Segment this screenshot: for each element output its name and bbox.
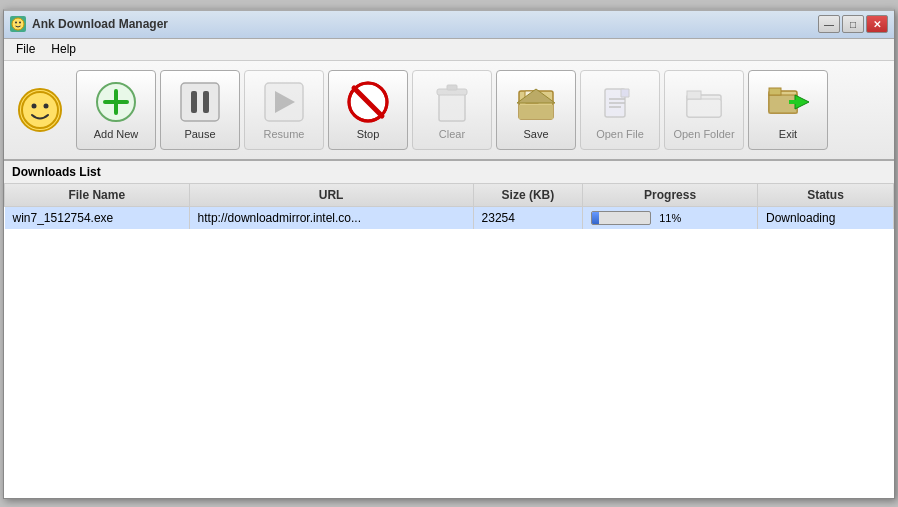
progress-cell: 11% <box>591 211 749 225</box>
save-button[interactable]: Save <box>496 70 576 150</box>
svg-rect-21 <box>519 105 553 119</box>
svg-point-2 <box>19 22 21 24</box>
table-row[interactable]: win7_1512754.exehttp://downloadmirror.in… <box>5 206 894 229</box>
cell-progress: 11% <box>583 206 758 229</box>
add-new-label: Add New <box>94 128 139 140</box>
cell-url: http://downloadmirror.intel.co... <box>189 206 473 229</box>
svg-marker-25 <box>621 89 629 97</box>
table-header-row: File Name URL Size (KB) Progress Status <box>5 184 894 207</box>
save-icon <box>514 80 558 124</box>
svg-rect-10 <box>191 91 197 113</box>
col-filename: File Name <box>5 184 190 207</box>
exit-icon <box>766 80 810 124</box>
app-icon <box>10 16 26 32</box>
toolbar: Add New Pause Resume <box>4 61 894 161</box>
clear-icon <box>430 80 474 124</box>
col-url: URL <box>189 184 473 207</box>
open-file-button[interactable]: Open File <box>580 70 660 150</box>
open-folder-label: Open Folder <box>673 128 734 140</box>
title-controls: — □ ✕ <box>818 15 888 33</box>
downloads-table-element: File Name URL Size (KB) Progress Status … <box>4 184 894 229</box>
col-size: Size (KB) <box>473 184 583 207</box>
open-file-label: Open File <box>596 128 644 140</box>
exit-label: Exit <box>779 128 797 140</box>
stop-button[interactable]: Stop <box>328 70 408 150</box>
svg-rect-30 <box>687 99 721 117</box>
title-bar-left: Ank Download Manager <box>10 16 168 32</box>
resume-icon <box>262 80 306 124</box>
svg-point-0 <box>12 18 24 30</box>
pause-label: Pause <box>184 128 215 140</box>
downloads-section: Downloads List File Name URL Size (KB) P… <box>4 161 894 498</box>
svg-point-1 <box>15 22 17 24</box>
svg-rect-19 <box>447 85 457 90</box>
app-logo <box>12 70 68 150</box>
open-folder-button[interactable]: Open Folder <box>664 70 744 150</box>
exit-button[interactable]: Exit <box>748 70 828 150</box>
cell-status: Downloading <box>757 206 893 229</box>
save-label: Save <box>523 128 548 140</box>
resume-label: Resume <box>264 128 305 140</box>
svg-point-3 <box>22 92 58 128</box>
resume-button[interactable]: Resume <box>244 70 324 150</box>
svg-rect-31 <box>687 91 701 99</box>
svg-rect-34 <box>769 88 781 95</box>
close-button[interactable]: ✕ <box>866 15 888 33</box>
downloads-list-header: Downloads List <box>4 161 894 184</box>
clear-label: Clear <box>439 128 465 140</box>
pause-button[interactable]: Pause <box>160 70 240 150</box>
col-progress: Progress <box>583 184 758 207</box>
cell-size: 23254 <box>473 206 583 229</box>
menu-file[interactable]: File <box>8 40 43 58</box>
open-file-icon <box>598 80 642 124</box>
add-new-button[interactable]: Add New <box>76 70 156 150</box>
cell-filename: win7_1512754.exe <box>5 206 190 229</box>
main-window: Ank Download Manager — □ ✕ File Help <box>3 9 895 499</box>
downloads-table[interactable]: File Name URL Size (KB) Progress Status … <box>4 184 894 498</box>
menu-help[interactable]: Help <box>43 40 84 58</box>
stop-label: Stop <box>357 128 380 140</box>
svg-rect-11 <box>203 91 209 113</box>
progress-bar-outer <box>591 211 651 225</box>
svg-rect-17 <box>439 93 465 121</box>
svg-rect-36 <box>789 100 799 104</box>
window-title: Ank Download Manager <box>32 17 168 31</box>
stop-icon <box>346 80 390 124</box>
maximize-button[interactable]: □ <box>842 15 864 33</box>
svg-point-5 <box>44 103 49 108</box>
add-new-icon <box>94 80 138 124</box>
svg-point-4 <box>32 103 37 108</box>
progress-bar-inner <box>592 212 598 224</box>
col-status: Status <box>757 184 893 207</box>
clear-button[interactable]: Clear <box>412 70 492 150</box>
progress-text: 11% <box>655 212 685 224</box>
pause-icon <box>178 80 222 124</box>
menu-bar: File Help <box>4 39 894 61</box>
svg-rect-9 <box>181 83 219 121</box>
title-bar: Ank Download Manager — □ ✕ <box>4 11 894 39</box>
open-folder-icon <box>682 80 726 124</box>
smiley-icon <box>18 88 62 132</box>
minimize-button[interactable]: — <box>818 15 840 33</box>
